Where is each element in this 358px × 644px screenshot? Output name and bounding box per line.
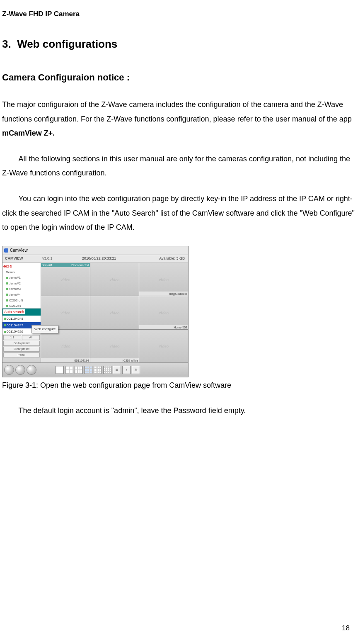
tree-leaf[interactable]: IC212#1 [3, 303, 40, 309]
window-titlebar: CamView [2, 246, 188, 255]
datetime-label: 2010/06/22 20:33:21 [59, 255, 139, 262]
app-icon [4, 248, 8, 253]
paragraph-2: All the following sections in this user … [2, 152, 356, 180]
paragraph-3: You can login into the web configuration… [2, 192, 356, 234]
btn-patrol[interactable]: Patrol [3, 352, 40, 357]
btn-1-1[interactable]: 1:1 [3, 335, 21, 340]
video-placeholder-icon: video [159, 275, 169, 283]
snapshot-button[interactable] [15, 365, 25, 375]
tree-leaf[interactable]: demo#2 [3, 281, 40, 287]
record-button[interactable] [4, 365, 14, 375]
left-panel: 602-3 Demo demo#1 demo#2 demo#3 demo#4 I… [2, 263, 41, 362]
layout-9-icon[interactable] [84, 366, 92, 374]
paragraph-1a: The major configuraion of the Z-Wave cam… [2, 100, 352, 123]
video-placeholder-icon: video [60, 275, 70, 283]
app-name-bold: mCamView Z+. [2, 129, 55, 137]
paragraph-1: The major configuraion of the Z-Wave cam… [2, 97, 356, 140]
layout-12-icon[interactable] [94, 366, 102, 374]
video-cell[interactable]: video [90, 296, 139, 329]
subsection-title: Camera Configuraion notice : [2, 70, 356, 85]
video-cell[interactable]: video mega-outdoor [139, 263, 188, 296]
video-cell[interactable]: video IC202-office [90, 330, 139, 362]
btn-clear-preset[interactable]: Clear preset [3, 347, 40, 352]
layout-6-icon[interactable] [75, 366, 83, 374]
video-cell[interactable]: video [139, 330, 188, 362]
tree-leaf[interactable]: demo#1 [3, 275, 40, 281]
tree-leaf[interactable]: IC202-offi [3, 298, 40, 304]
doc-header: Z-Wave FHD IP Camera [2, 8, 356, 20]
section-title-text: Web configurations [17, 38, 117, 50]
video-grid: demo#1Disconnected video video video meg… [41, 263, 188, 362]
tree-leaf[interactable]: demo#3 [3, 286, 40, 292]
video-placeholder-icon: video [159, 309, 169, 317]
video-placeholder-icon: video [159, 342, 169, 350]
auto-search-header: Auto search [2, 309, 41, 316]
layout-4-icon[interactable] [65, 366, 73, 374]
figure-caption: Figure 3-1: Open the web configuration p… [2, 379, 356, 392]
video-placeholder-icon: video [60, 309, 70, 317]
context-menu-web-configure[interactable]: Web configure [31, 325, 41, 333]
video-placeholder-icon: video [110, 275, 120, 283]
auto-search-list[interactable]: 001154248 001154247 001154226 Web config… [2, 316, 41, 334]
video-placeholder-icon: video [110, 342, 120, 350]
btn-goto-preset[interactable]: Go to preset [3, 341, 40, 346]
video-cell[interactable]: video [90, 263, 139, 296]
video-placeholder-icon: video [60, 342, 70, 350]
video-cell[interactable]: video 001154194 [41, 330, 90, 362]
sound-icon[interactable]: ♪ [122, 366, 131, 374]
available-label: Available: 3 GB [139, 255, 188, 262]
paragraph-4: The default login account is "admin", le… [2, 403, 356, 418]
tree-demo[interactable]: Demo [3, 270, 40, 275]
section-number: 3. [2, 38, 11, 50]
video-cell[interactable]: video Home-502 [139, 296, 188, 329]
tree-root[interactable]: 602-3 [3, 264, 40, 270]
ptz-control-panel: 1:1 All Go to preset Clear preset Patrol [2, 334, 41, 362]
settings-icon[interactable]: ✕ [132, 366, 140, 374]
version-label: v3.0.1 [42, 255, 59, 262]
layout-16-icon[interactable] [103, 366, 111, 374]
brand-logo: CAMVIEW [2, 255, 42, 262]
bottom-toolbar: ≡ ♪ ✕ [2, 362, 188, 377]
figure-camview-screenshot: CamView CAMVIEW v3.0.1 2010/06/22 20:33:… [2, 246, 189, 377]
auto-search-item[interactable]: 001154248 [2, 316, 41, 322]
btn-all[interactable]: All [22, 335, 40, 340]
camera-tree[interactable]: 602-3 Demo demo#1 demo#2 demo#3 demo#4 I… [2, 263, 41, 309]
app-topbar: CAMVIEW v3.0.1 2010/06/22 20:33:21 Avail… [2, 255, 188, 263]
video-cell[interactable]: video [41, 296, 90, 329]
layout-1-icon[interactable] [56, 366, 64, 374]
video-cell[interactable]: demo#1Disconnected video [41, 263, 90, 296]
page-number: 18 [342, 622, 354, 634]
play-button[interactable] [27, 365, 36, 375]
section-title: 3. Web configurations [2, 35, 356, 53]
video-placeholder-icon: video [110, 309, 120, 317]
list-icon[interactable]: ≡ [113, 366, 121, 374]
window-title: CamView [10, 247, 28, 254]
tree-leaf[interactable]: demo#4 [3, 292, 40, 298]
